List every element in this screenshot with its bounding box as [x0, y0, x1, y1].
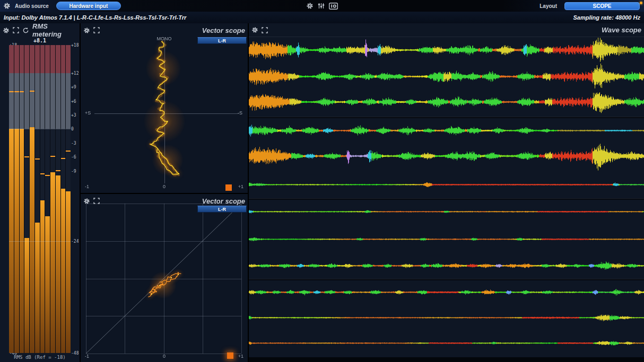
- vector-scope-panel-1: Vector scope L-R MONO +S -S -1 0 +1: [81, 23, 248, 193]
- rms-panel-header: RMS metering: [0, 23, 80, 37]
- gear-icon[interactable]: [251, 27, 258, 33]
- io-icon[interactable]: [329, 3, 338, 10]
- expand-icon[interactable]: [262, 27, 268, 33]
- db-scale-tick: +3: [71, 113, 80, 118]
- main-area: RMS metering +8.1 +18+12+9+6+30-3-6-9-24…: [0, 23, 644, 362]
- gear-icon[interactable]: [83, 198, 90, 205]
- wave-bottom-strip: [249, 357, 644, 362]
- db-scale-tick: -6: [71, 155, 80, 160]
- meter-columns: [9, 45, 71, 353]
- meter-bar: [45, 45, 50, 353]
- db-scale-tick: +12: [71, 70, 80, 75]
- rms-body: +8.1 +18+12+9+6+30-3-6-9-24-48 +18+12+9+…: [0, 37, 80, 362]
- db-scale-tick: -24: [71, 239, 80, 243]
- scale-zero: 0: [81, 184, 248, 189]
- meter-bar: [61, 45, 66, 353]
- meter-bar: [14, 45, 20, 353]
- db-scale-left: +18+12+9+6+30-3-6-9-24-48: [0, 45, 8, 353]
- db-scale-tick: +9: [71, 85, 80, 90]
- rms-metering-panel: RMS metering +8.1 +18+12+9+6+30-3-6-9-24…: [0, 23, 80, 362]
- db-scale-tick: +18: [71, 43, 80, 48]
- sliders-icon[interactable]: [318, 3, 325, 9]
- db-scale-tick: -3: [71, 140, 80, 145]
- meter-box: [9, 45, 71, 353]
- clip-indicator[interactable]: [227, 352, 233, 359]
- sampling-rate-text: Sampling rate: 48000 Hz: [573, 14, 644, 21]
- audio-source-label: Audio source: [15, 3, 49, 9]
- hardware-input-button[interactable]: Hardware input: [56, 2, 121, 10]
- db-scale-right: +18+12+9+6+30-3-6-9-24-48: [71, 45, 80, 353]
- rms-meter: +18+12+9+6+30-3-6-9-24-48 +18+12+9+6+30-…: [0, 44, 80, 354]
- vector-scope-display: [81, 23, 248, 193]
- mode-button[interactable]: L-R: [197, 37, 247, 44]
- reset-icon[interactable]: [22, 27, 29, 34]
- meter-bar: [9, 45, 14, 353]
- notification-dot: [640, 2, 642, 4]
- db-scale-tick: -48: [71, 351, 80, 356]
- scale-plus-one: +1: [238, 354, 243, 359]
- top-right-group: Layout SCOPE: [535, 2, 644, 10]
- panel-title: Wave scope: [602, 26, 641, 34]
- gear-icon[interactable]: [306, 2, 314, 10]
- scale-plus-one: +1: [238, 184, 243, 189]
- gear-icon[interactable]: [3, 27, 10, 34]
- expand-icon[interactable]: [93, 198, 100, 204]
- gear-icon[interactable]: [3, 2, 11, 10]
- layout-label: Layout: [539, 3, 557, 9]
- expand-icon[interactable]: [93, 27, 100, 33]
- expand-icon[interactable]: [13, 27, 19, 33]
- meter-bar: [24, 45, 30, 353]
- meter-bar: [40, 45, 46, 353]
- axis-label-minus-s: -S: [238, 110, 242, 116]
- vector-scope-panel-2: Vector scope L-R -1 0 +1: [81, 194, 248, 362]
- mode-button[interactable]: L-R: [197, 206, 247, 213]
- top-bar: Audio source Hardware input: [0, 0, 644, 12]
- meter-bar: [66, 45, 71, 353]
- scale-zero: 0: [81, 354, 248, 359]
- panel-title: RMS metering: [32, 23, 77, 38]
- wave-header: Wave scope: [249, 23, 644, 37]
- gear-icon[interactable]: [83, 27, 90, 34]
- top-center-icons: [306, 0, 338, 12]
- input-info-bar: Input: Dolby Atmos 7.1.4 | L-R-C-Lfe-Ls-…: [0, 12, 644, 23]
- scope-button[interactable]: SCOPE: [564, 2, 640, 10]
- analyzer-app: Audio source Hardware input: [0, 0, 644, 362]
- meter-bar: [35, 45, 40, 353]
- vector-scope-display: [81, 194, 248, 361]
- wave-scope-panel: Wave scope: [249, 23, 644, 362]
- clip-indicator[interactable]: [225, 184, 232, 191]
- db-scale-tick: +6: [71, 99, 80, 103]
- db-scale-tick: 0: [71, 127, 80, 131]
- input-format-text: Input: Dolby Atmos 7.1.4 | L-R-C-Lfe-Ls-…: [0, 14, 186, 21]
- waveform-display: [249, 38, 644, 357]
- meter-bar: [20, 45, 25, 353]
- panel-title: Vector scope: [202, 197, 245, 205]
- axis-label-plus-s: +S: [85, 110, 91, 116]
- panel-title: Vector scope: [202, 27, 245, 34]
- meter-bar: [30, 45, 35, 353]
- vs1-header: Vector scope: [81, 23, 248, 37]
- meter-bar: [56, 45, 61, 353]
- meter-bar: [50, 45, 56, 353]
- middle-column: Vector scope L-R MONO +S -S -1 0 +1: [81, 23, 248, 362]
- db-scale-tick: -9: [71, 169, 80, 173]
